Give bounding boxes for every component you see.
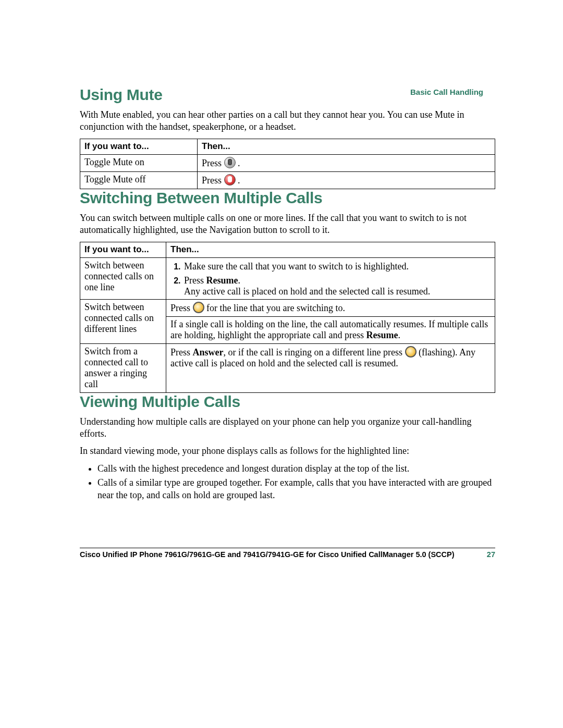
table-cell: Press .	[198, 154, 495, 171]
cell-text: If a single call is holding on the line,…	[170, 319, 488, 340]
paragraph: With Mute enabled, you can hear other pa…	[80, 109, 495, 133]
table-row: Switch between connected calls on one li…	[80, 257, 495, 299]
cell-text: Press	[170, 303, 193, 313]
cell-text: Press	[184, 275, 206, 286]
list-item: Calls with the highest precedence and lo…	[97, 463, 495, 475]
cell-text: Press	[202, 158, 224, 168]
paragraph: In standard viewing mode, your phone dis…	[80, 445, 495, 457]
table-header: Then...	[166, 242, 495, 257]
page-number: 27	[487, 550, 495, 559]
table-cell: Switch between connected calls on one li…	[80, 257, 166, 299]
running-header: Basic Call Handling	[410, 88, 483, 96]
table-cell: Make sure the call that you want to swit…	[166, 257, 495, 299]
heading-viewing-calls: Viewing Multiple Calls	[80, 393, 495, 411]
table-cell: Switch between connected calls on differ…	[80, 299, 166, 343]
switch-table: If you want to... Then... Switch between…	[80, 242, 495, 393]
table-cell: Press Answer, or if the call is ringing …	[166, 343, 495, 392]
cell-text: .	[238, 275, 241, 286]
table-header: Then...	[198, 139, 495, 154]
cell-text: Any active call is placed on hold and th…	[184, 286, 492, 297]
list-item: Press Resume. Any active call is placed …	[183, 274, 492, 299]
footer-title: Cisco Unified IP Phone 7961G/7961G-GE an…	[80, 550, 455, 559]
page-footer: Cisco Unified IP Phone 7961G/7961G-GE an…	[80, 548, 495, 559]
table-row: Toggle Mute on Press .	[80, 154, 495, 171]
cell-text: , or if the call is ringing on a differe…	[224, 347, 405, 357]
cell-text: .	[238, 175, 240, 186]
cell-text: .	[398, 330, 400, 340]
line-button-icon	[193, 302, 204, 313]
cell-text: .	[238, 158, 240, 168]
paragraph: You can switch between multiple calls on…	[80, 212, 495, 237]
cell-text: Press	[202, 175, 224, 186]
list-item: Calls of a similar type are grouped toge…	[97, 477, 495, 501]
table-cell: Toggle Mute on	[80, 154, 198, 171]
table-cell: Press .	[198, 171, 495, 189]
table-row: Toggle Mute off Press .	[80, 171, 495, 189]
table-cell: Switch from a connected call to answer a…	[80, 343, 166, 392]
mute-button-on-icon	[224, 174, 236, 186]
table-header: If you want to...	[80, 242, 166, 257]
document-page: Basic Call Handling Using Mute With Mute…	[0, 0, 563, 728]
table-row: Switch between connected calls on differ…	[80, 299, 495, 343]
table-cell: Toggle Mute off	[80, 171, 198, 189]
line-button-flashing-icon	[405, 346, 417, 357]
bullet-list: Calls with the highest precedence and lo…	[80, 463, 495, 501]
table-cell: Press for the line that you are switchin…	[166, 299, 495, 343]
paragraph: Understanding how multiple calls are dis…	[80, 416, 495, 440]
list-item: Make sure the call that you want to swit…	[183, 260, 492, 274]
mute-button-off-icon	[224, 157, 236, 168]
mute-table: If you want to... Then... Toggle Mute on…	[80, 139, 495, 189]
softkey-resume: Resume	[206, 275, 238, 286]
table-header: If you want to...	[80, 139, 198, 154]
softkey-answer: Answer	[193, 347, 224, 357]
cell-text: Press	[170, 347, 193, 357]
heading-switching-calls: Switching Between Multiple Calls	[80, 189, 495, 207]
softkey-resume: Resume	[366, 330, 398, 340]
cell-text: for the line that you are switching to.	[206, 303, 345, 313]
table-row: Switch from a connected call to answer a…	[80, 343, 495, 392]
